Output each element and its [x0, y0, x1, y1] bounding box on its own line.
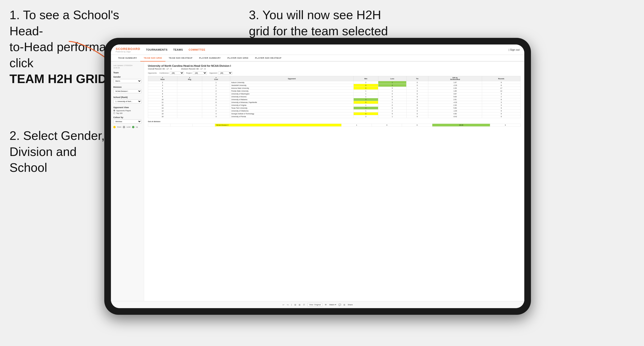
bottom-toolbar: ↩ ↪ ⟨ ⊞ ⊞ ⏱ View: Original 👁 Watch ▾ 💬 ⊞… — [111, 301, 524, 308]
logo: SCOREBOARD Powered by clippi — [116, 47, 140, 52]
table-row: 105University of Alabama3002.618 — [148, 98, 520, 101]
subnav-team-h2h-heatmap[interactable]: TEAM H2H HEATMAP — [166, 55, 196, 61]
col-reg: #Reg — [177, 76, 202, 81]
filter-row: Opponents: Conference (All) Region (All) — [148, 71, 520, 75]
filter-region: Region (All) — [186, 71, 207, 75]
table-row: 82University of Washington1003.673 — [148, 93, 520, 95]
filter-conference: Conference (All) — [160, 71, 184, 75]
out-division-row: NCAA Division II10026.003 — [148, 124, 520, 127]
view-original-button[interactable]: View: Original — [308, 303, 322, 307]
filter-opponent: Opponent (All) — [209, 71, 232, 75]
nav-tournaments[interactable]: TOURNAMENTS — [146, 47, 168, 52]
timer-icon[interactable]: ⏱ — [303, 304, 305, 306]
sub-nav: TEAM SUMMARY TEAM H2H GRID TEAM H2H HEAT… — [111, 55, 524, 61]
subnav-player-h2h-grid[interactable]: PLAYER H2H GRID — [224, 55, 252, 61]
sidebar-timestamp: Last Updated: 27/03/2024 16:55:38 — [113, 64, 142, 69]
sidebar-gender-label: Gender — [113, 76, 142, 78]
nav-teams[interactable]: TEAMS — [173, 47, 183, 52]
table-row: 32Vanderbilt University040-2.298 — [148, 84, 520, 87]
col-rank: #Rank — [148, 76, 177, 81]
subnav-player-summary[interactable]: PLAYER SUMMARY — [196, 55, 224, 61]
col-rounds: Rounds — [482, 76, 520, 81]
color-legend: Down Level Up — [113, 126, 142, 128]
subnav-team-h2h-grid[interactable]: TEAM H2H GRID — [140, 55, 166, 61]
undo-icon[interactable]: ↩ — [282, 304, 284, 306]
table-row: 154Georgia Institute of Technology0504.5… — [148, 112, 520, 115]
layout-icon[interactable]: ⊞ — [344, 304, 345, 306]
radio-top100[interactable]: Top 100 — [113, 112, 142, 114]
col-conf: #Conf — [202, 76, 230, 81]
sidebar-radio-group: Opponents Played Top 100 — [113, 110, 142, 114]
table-row: 163University of Florida310-6.429 — [148, 115, 520, 118]
main-content: Last Updated: 27/03/2024 16:55:38 Team G… — [111, 61, 524, 301]
table-row: 131Texas Tech University3005.569 — [148, 107, 520, 110]
subnav-player-h2h-heatmap[interactable]: PLAYER H2H HEATMAP — [252, 55, 285, 61]
tablet-screen: SCOREBOARD Powered by clippi TOURNAMENTS… — [111, 44, 524, 308]
region-filter[interactable]: (All) — [193, 71, 207, 75]
share-button[interactable]: Share — [348, 304, 353, 306]
nav-committee[interactable]: COMMITTEE — [189, 47, 206, 52]
zoom-icon[interactable]: ⊞ — [294, 304, 296, 306]
color-dot-down — [113, 126, 116, 128]
conference-filter[interactable]: (All) — [170, 71, 184, 75]
sidebar-division-label: Division — [113, 86, 142, 88]
table-row: 41Arizona State University0512.2917 — [148, 87, 520, 90]
sidebar-school-label: School (Rank) — [113, 96, 142, 98]
opponent-filter[interactable]: (All) — [218, 71, 232, 75]
watch-button[interactable]: Watch ▾ — [329, 304, 336, 306]
gender-select[interactable]: Men's — [113, 79, 142, 83]
subnav-team-summary[interactable]: TEAM SUMMARY — [115, 55, 140, 61]
table-row: 116University of Arkansas, Fayetteville0… — [148, 101, 520, 104]
colour-select[interactable]: Win/loss — [113, 120, 142, 124]
color-dot-level — [123, 126, 125, 128]
sidebar: Last Updated: 27/03/2024 16:55:38 Team G… — [111, 61, 144, 301]
table-row: 93University of Arizona1009.002 — [148, 95, 520, 98]
col-tie: Tie — [406, 76, 428, 81]
table-row: 142University of Oklahoma120-1.009 — [148, 110, 520, 112]
table-row: 21Auburn University2101.679 — [148, 81, 520, 84]
eye-icon: 👁 — [325, 304, 327, 306]
col-loss: Loss — [378, 76, 406, 81]
sign-out-link[interactable]: | Sign out — [509, 48, 520, 51]
grid-title: University of North Carolina Head-to-Hea… — [148, 64, 520, 67]
school-select[interactable]: 1. University of Nort... — [113, 99, 142, 103]
col-diff: Diff AvStrokes/Rnd — [428, 76, 482, 81]
instruction-3: 3. You will now see H2H grid for the tea… — [249, 7, 388, 39]
division-select[interactable]: NCAA Division I — [113, 89, 142, 93]
h2h-table: #Rank #Reg #Conf Opponent Win Loss Tie D… — [148, 76, 520, 118]
logo-area: SCOREBOARD Powered by clippi — [116, 47, 140, 52]
table-row: 123University of Virginia1002.333 — [148, 104, 520, 107]
redo-icon[interactable]: ↪ — [287, 304, 289, 306]
nav-links: TOURNAMENTS TEAMS COMMITTEE — [146, 47, 509, 52]
tablet: SCOREBOARD Powered by clippi TOURNAMENTS… — [104, 38, 531, 315]
out-of-division-table: NCAA Division II10026.003 — [148, 124, 520, 127]
instruction-2: 2. Select Gender, Division and School — [10, 128, 105, 176]
step-back-icon[interactable]: ⟨ — [291, 304, 292, 306]
color-dot-up — [132, 126, 134, 128]
sidebar-opponent-view-label: Opponent View — [113, 106, 142, 109]
sidebar-team-label: Team — [113, 71, 142, 74]
radio-opponents-played[interactable]: Opponents Played — [113, 110, 142, 112]
grid-area: University of North Carolina Head-to-Hea… — [144, 61, 524, 301]
col-win: Win — [354, 76, 378, 81]
col-opponent: Opponent — [230, 76, 354, 81]
nav-bar: SCOREBOARD Powered by clippi TOURNAMENTS… — [111, 44, 524, 55]
table-row: 62Florida State University1201.8312 — [148, 90, 520, 93]
comment-icon[interactable]: 💬 — [338, 304, 341, 306]
sidebar-colour-label: Colour by — [113, 116, 142, 119]
grid-records: Overall Record: 89 - 17 - 0 Division Rec… — [148, 68, 520, 70]
out-of-division-label: Out of division — [148, 121, 520, 123]
grid-icon[interactable]: ⊞ — [299, 304, 300, 306]
